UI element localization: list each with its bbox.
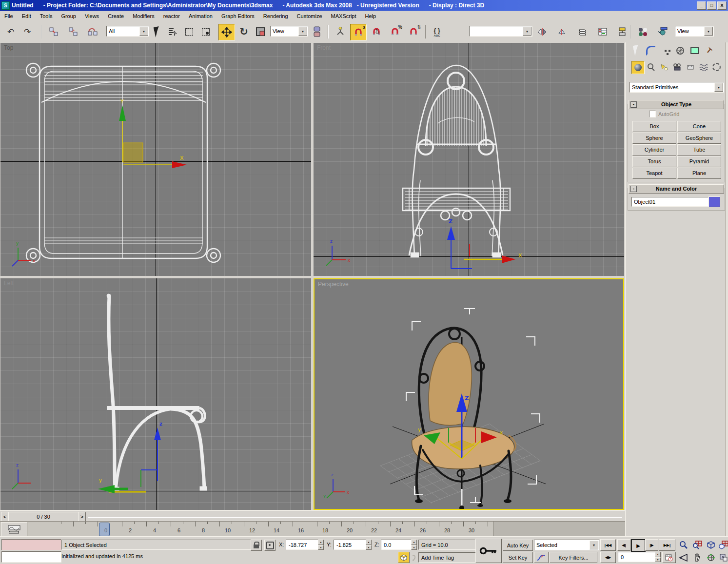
tube-button[interactable]: Tube [677, 144, 721, 156]
z-coordinate-input[interactable]: 0.0 [381, 540, 413, 550]
menu-create[interactable]: Create [103, 12, 128, 20]
sphere-button[interactable]: Sphere [632, 133, 676, 144]
select-by-name-button[interactable] [165, 24, 180, 39]
tab-display[interactable] [688, 44, 702, 57]
category-cameras[interactable] [671, 61, 683, 73]
cone-button[interactable]: Cone [677, 121, 721, 132]
schematic-view-button[interactable] [614, 24, 630, 39]
key-filter-scope-dropdown[interactable]: Selected ▼ [534, 540, 599, 550]
go-to-end-button[interactable]: ▶▶| [659, 539, 675, 551]
go-to-start-button[interactable]: |◀◀ [600, 539, 616, 551]
auto-key-button[interactable]: Auto Key [503, 540, 533, 551]
close-button[interactable]: X [717, 1, 727, 10]
z-spinner[interactable]: ▲▼ [411, 540, 417, 550]
frame-spinner[interactable]: ▲▼ [655, 552, 661, 562]
viewport-front-label[interactable]: Front [317, 44, 331, 51]
tab-create[interactable] [630, 44, 643, 57]
maximize-viewport-toggle[interactable] [717, 551, 728, 564]
y-coordinate-input[interactable]: -1.825 [334, 540, 368, 550]
maxscript-mini-listener-pink[interactable] [1, 539, 61, 550]
zoom-button[interactable] [677, 539, 690, 551]
add-time-tag-field[interactable]: Add Time Tag [418, 552, 476, 563]
open-mini-curve-editor-button[interactable] [1, 522, 27, 537]
primitive-category-dropdown[interactable]: Standard Primitives ▼ [630, 82, 724, 93]
time-slider-track[interactable] [88, 516, 622, 518]
previous-frame-button[interactable]: ◀| [617, 539, 630, 551]
viewport-top-label[interactable]: Top [4, 44, 13, 51]
track-bar[interactable]: 0 2 4 6 8 10 12 14 16 18 20 22 24 26 28 … [0, 521, 625, 537]
menu-reactor[interactable]: reactor [159, 12, 184, 20]
window-crossing-toggle-button[interactable] [198, 24, 214, 39]
y-spinner[interactable]: ▲▼ [366, 540, 372, 550]
restore-button[interactable]: □ [707, 1, 716, 10]
maxscript-mini-listener-white[interactable] [1, 551, 61, 563]
select-and-rotate-button[interactable]: ↻ [236, 24, 252, 39]
angle-snap-toggle-button[interactable] [369, 24, 384, 39]
viewport-top[interactable]: Top Y X [0, 43, 311, 276]
left-viewport-canvas[interactable]: z y z [0, 278, 311, 510]
tab-modify[interactable] [644, 44, 658, 57]
menu-group[interactable]: Group [57, 12, 80, 20]
menu-tools[interactable]: Tools [36, 12, 57, 20]
zoom-extents-all-button[interactable] [717, 539, 728, 551]
select-and-manipulate-button[interactable] [333, 24, 348, 39]
menu-views[interactable]: Views [80, 12, 103, 20]
box-button[interactable]: Box [632, 121, 676, 132]
plane-button[interactable]: Plane [677, 168, 721, 179]
reference-coordinate-dropdown[interactable]: View ▼ [270, 26, 308, 37]
category-space-warps[interactable] [697, 61, 709, 73]
edit-named-selection-sets-button[interactable]: { } ABC [429, 24, 445, 39]
render-setup-button[interactable] [655, 24, 671, 39]
viewport-left-label[interactable]: Left [4, 280, 14, 287]
object-color-swatch[interactable] [708, 196, 720, 207]
named-selection-set-dropdown[interactable]: ▼ [469, 26, 532, 37]
collapse-icon[interactable]: - [630, 186, 637, 192]
pyramid-button[interactable]: Pyramid [677, 156, 721, 167]
panel-scrollbar[interactable] [725, 42, 728, 536]
absolute-offset-toggle[interactable] [264, 540, 275, 551]
spinner-snap-toggle-button[interactable]: ⇅ [406, 24, 421, 39]
layer-manager-button[interactable] [574, 24, 590, 39]
category-shapes[interactable] [645, 61, 657, 73]
x-coordinate-input[interactable]: -18.727 [286, 540, 320, 550]
minimize-button[interactable]: _ [697, 1, 706, 10]
notification-icon[interactable] [410, 553, 418, 563]
selection-lock-toggle[interactable] [251, 540, 262, 551]
chevron-down-icon[interactable]: ▼ [590, 541, 598, 549]
teapot-button[interactable]: Teapot [632, 168, 676, 179]
curve-editor-button[interactable] [595, 24, 610, 39]
name-color-rollout-header[interactable]: - Name and Color [629, 184, 724, 194]
viewport-front[interactable]: Front [314, 43, 624, 276]
object-type-rollout-header[interactable]: - Object Type [629, 100, 724, 109]
chevron-down-icon[interactable]: ▼ [523, 27, 531, 36]
category-helpers[interactable] [684, 61, 696, 73]
tab-hierarchy[interactable] [659, 44, 672, 57]
front-viewport-canvas[interactable]: Z X z x [314, 43, 624, 276]
chevron-down-icon[interactable]: ▼ [139, 27, 148, 36]
snaps-toggle-3d-button[interactable]: 3 [350, 24, 367, 40]
next-frame-button[interactable]: |▶ [645, 539, 658, 551]
select-and-link-icon[interactable] [46, 24, 61, 39]
perspective-viewport-canvas[interactable]: Z y x z x y [315, 279, 623, 509]
chevron-down-icon[interactable]: ▼ [704, 27, 713, 36]
pan-button[interactable] [690, 551, 704, 564]
collapse-icon[interactable]: - [630, 101, 637, 108]
menu-maxscript[interactable]: MAXScript [327, 12, 361, 20]
redo-button[interactable]: ↷ [20, 24, 35, 39]
torus-button[interactable]: Torus [632, 156, 676, 167]
viewport-perspective-label[interactable]: Perspective [318, 281, 349, 288]
align-button[interactable] [554, 24, 570, 39]
menu-modifiers[interactable]: Modifiers [128, 12, 159, 20]
time-slider-handle[interactable]: 0 / 30 [8, 512, 79, 522]
material-editor-button[interactable] [635, 24, 650, 39]
render-preset-dropdown[interactable]: View ▼ [675, 26, 714, 37]
viewport-perspective[interactable]: Perspective [314, 278, 624, 510]
viewport-left[interactable]: Left z y [0, 278, 311, 510]
time-slider-prev-button[interactable]: < [1, 512, 9, 522]
rectangular-selection-region-button[interactable] [181, 24, 197, 39]
default-tangent-button[interactable] [534, 552, 549, 563]
chevron-down-icon[interactable]: ▼ [298, 27, 307, 36]
cylinder-button[interactable]: Cylinder [632, 144, 676, 156]
menu-animation[interactable]: Animation [184, 12, 217, 20]
unlink-selection-icon[interactable] [65, 24, 81, 39]
